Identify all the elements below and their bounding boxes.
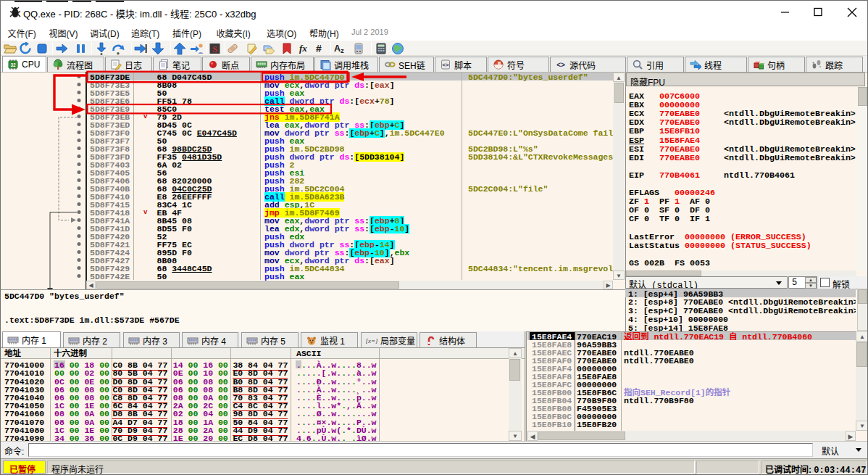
svg-text:S: S xyxy=(212,44,217,54)
svg-text:#: # xyxy=(316,43,322,54)
svg-text:z: z xyxy=(341,46,344,54)
svg-text:A: A xyxy=(334,44,341,54)
svg-text:[x=]: [x=] xyxy=(366,337,377,344)
svg-text:fx: fx xyxy=(299,43,307,54)
svg-text:<>: <> xyxy=(442,62,449,68)
svg-text:32: 32 xyxy=(10,62,16,67)
svg-text:<>: <> xyxy=(556,61,565,69)
